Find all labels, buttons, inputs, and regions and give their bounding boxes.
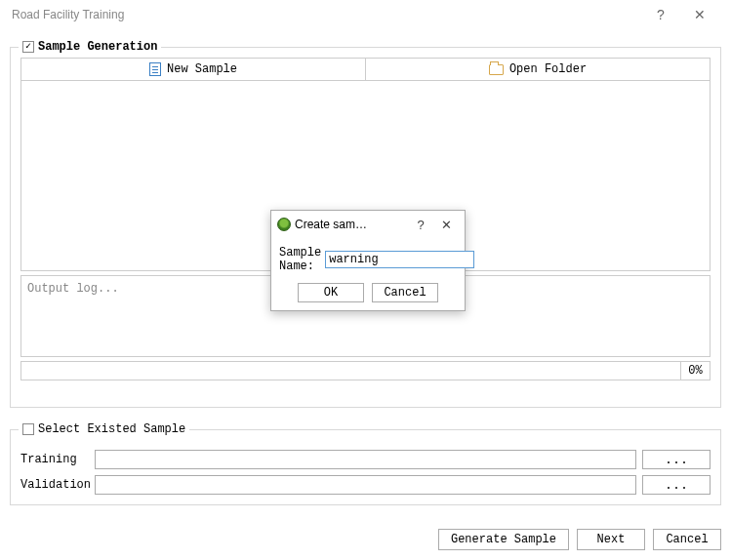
create-sample-dialog: Create sam… ? ✕ Sample Name: OK Cancel bbox=[270, 210, 466, 311]
dialog-ok-button[interactable]: OK bbox=[298, 283, 364, 302]
folder-icon bbox=[489, 64, 504, 75]
progress-bar bbox=[20, 361, 681, 380]
dialog-help-button[interactable]: ? bbox=[408, 218, 433, 232]
window-title: Road Facility Training bbox=[12, 8, 641, 21]
validation-label: Validation bbox=[20, 478, 89, 492]
select-existed-title: Select Existed Sample bbox=[38, 422, 185, 436]
new-sample-button[interactable]: New Sample bbox=[21, 59, 365, 80]
document-icon bbox=[149, 62, 161, 76]
generate-sample-button[interactable]: Generate Sample bbox=[438, 529, 569, 550]
select-existed-group: Select Existed Sample Training ... Valid… bbox=[10, 429, 721, 505]
cancel-button[interactable]: Cancel bbox=[653, 529, 721, 550]
dialog-close-button[interactable]: ✕ bbox=[433, 218, 459, 232]
sample-generation-title: Sample Generation bbox=[38, 40, 157, 54]
sample-name-input[interactable] bbox=[325, 251, 474, 268]
select-existed-checkbox[interactable] bbox=[22, 423, 34, 435]
training-input[interactable] bbox=[95, 450, 636, 469]
window-help-button[interactable]: ? bbox=[641, 7, 680, 22]
next-button[interactable]: Next bbox=[577, 529, 645, 550]
validation-input[interactable] bbox=[95, 475, 636, 495]
dialog-cancel-button[interactable]: Cancel bbox=[372, 283, 438, 302]
new-sample-label: New Sample bbox=[167, 62, 237, 76]
progress-label: 0% bbox=[681, 361, 711, 380]
validation-browse-button[interactable]: ... bbox=[642, 475, 711, 495]
dialog-title: Create sam… bbox=[295, 218, 408, 231]
window-titlebar: Road Facility Training ? ✕ bbox=[0, 0, 731, 29]
sample-generation-checkbox[interactable]: ✓ bbox=[22, 41, 34, 53]
training-browse-button[interactable]: ... bbox=[642, 450, 711, 469]
app-icon bbox=[277, 218, 291, 231]
training-label: Training bbox=[20, 453, 89, 466]
sample-name-label: Sample Name: bbox=[279, 246, 321, 273]
open-folder-button[interactable]: Open Folder bbox=[365, 59, 710, 80]
open-folder-label: Open Folder bbox=[509, 62, 587, 76]
footer-actions: Generate Sample Next Cancel bbox=[438, 529, 721, 550]
window-close-button[interactable]: ✕ bbox=[680, 7, 719, 22]
